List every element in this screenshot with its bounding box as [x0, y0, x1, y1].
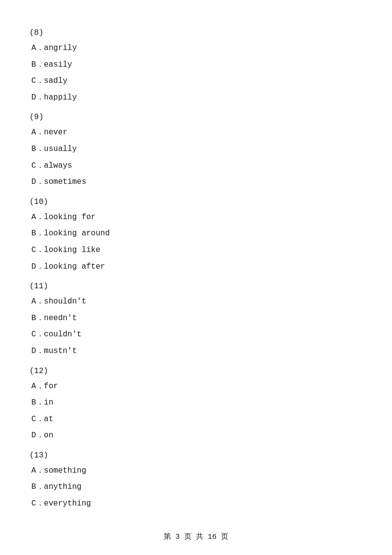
question-number-8: (8) — [29, 28, 363, 37]
question-8-option-d: D．happily — [29, 92, 363, 104]
question-13-option-a: A．something — [29, 465, 363, 478]
question-12-option-a: A．for — [29, 380, 363, 393]
question-10-option-b: B．looking around — [29, 227, 363, 240]
question-11-option-c: C．couldn't — [29, 328, 363, 341]
question-9-option-a: A．never — [29, 126, 363, 139]
question-12-option-b: B．in — [29, 397, 363, 409]
question-12-option-d: D．on — [29, 429, 363, 442]
question-8-option-a: A．angrily — [29, 42, 363, 55]
question-10-option-c: C．looking like — [29, 244, 363, 257]
question-13-option-b: B．anything — [29, 481, 363, 494]
question-12-option-c: C．at — [29, 413, 363, 426]
question-13-option-c: C．everything — [29, 498, 363, 510]
question-9-option-d: D．sometimes — [29, 176, 363, 189]
question-11-option-b: B．needn't — [29, 312, 363, 325]
page-footer: 第 3 页 共 16 页 — [0, 532, 392, 541]
page-content: (8)A．angrilyB．easilyC．sadlyD．happily(9)A… — [0, 0, 392, 544]
footer-text: 第 3 页 共 16 页 — [164, 533, 228, 541]
question-number-10: (10) — [29, 198, 363, 206]
question-11-option-d: D．mustn't — [29, 345, 363, 358]
question-8-option-b: B．easily — [29, 59, 363, 72]
question-11-option-a: A．shouldn't — [29, 296, 363, 308]
question-10-option-d: D．looking after — [29, 261, 363, 274]
question-9-option-b: B．usually — [29, 143, 363, 156]
question-number-12: (12) — [29, 367, 363, 376]
question-number-9: (9) — [29, 113, 363, 122]
question-8-option-c: C．sadly — [29, 75, 363, 88]
question-9-option-c: C．always — [29, 160, 363, 173]
question-10-option-a: A．looking for — [29, 211, 363, 224]
question-number-13: (13) — [29, 451, 363, 460]
question-number-11: (11) — [29, 282, 363, 291]
